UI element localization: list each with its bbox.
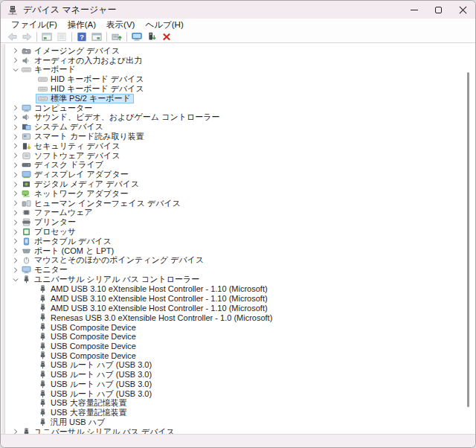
- chevron-right-icon[interactable]: [12, 48, 19, 54]
- usb-icon: [38, 371, 48, 379]
- disable-device-button[interactable]: [159, 31, 174, 42]
- tree-item-content[interactable]: ユニバーサル シリアル バス デバイス: [19, 427, 178, 434]
- console-window-icon: [42, 32, 52, 42]
- menu-file[interactable]: ファイル(F): [6, 19, 62, 31]
- uninstall-device-button[interactable]: [144, 31, 159, 42]
- chevron-right-icon[interactable]: [12, 105, 19, 112]
- usb-icon: [38, 304, 48, 312]
- properties-icon: [57, 32, 67, 42]
- tree-item[interactable]: ユニバーサル シリアル バス デバイス: [1, 427, 475, 434]
- printer-icon: [22, 218, 31, 226]
- firmware-icon: [22, 208, 31, 217]
- chevron-right-icon[interactable]: [12, 181, 19, 188]
- chevron-right-icon[interactable]: [12, 238, 19, 245]
- help-icon: ?: [77, 32, 87, 42]
- chevron-right-icon[interactable]: [12, 143, 19, 150]
- tree-item[interactable]: ユニバーサル シリアル バス コントローラー: [1, 275, 475, 284]
- usb-icon: [38, 409, 48, 417]
- tree-item-content[interactable]: AMD USB 3.10 eXtensible Host Controller …: [36, 284, 271, 294]
- tree-item-label: AMD USB 3.10 eXtensible Host Controller …: [48, 284, 268, 293]
- chevron-right-icon[interactable]: [12, 200, 19, 207]
- menu-view[interactable]: 表示(V): [101, 19, 140, 31]
- chevron-right-icon[interactable]: [12, 257, 19, 263]
- usb-icon: [22, 275, 31, 284]
- usb-icon: [22, 428, 31, 434]
- usb-icon: [38, 313, 48, 321]
- keyboard-icon: [38, 85, 48, 93]
- update-driver-icon: [132, 32, 142, 42]
- chevron-right-icon[interactable]: [12, 57, 19, 64]
- security-icon: [22, 142, 31, 150]
- tree-item-label: USB Composite Device: [48, 351, 136, 360]
- chevron-right-icon[interactable]: [12, 114, 19, 121]
- menu-help[interactable]: ヘルプ(H): [140, 19, 188, 31]
- usb-icon: [38, 351, 48, 359]
- tree-item-content[interactable]: AMD USB 3.10 eXtensible Host Controller …: [36, 294, 271, 304]
- chevron-right-icon[interactable]: [12, 219, 19, 225]
- tree-item-label: AMD USB 3.10 eXtensible Host Controller …: [48, 304, 268, 313]
- chevron-right-icon[interactable]: [12, 429, 19, 434]
- scrollbar-thumb[interactable]: [467, 72, 469, 407]
- chevron-right-icon[interactable]: [12, 133, 19, 140]
- usb-icon: [38, 361, 48, 369]
- mouse-icon: [22, 256, 31, 264]
- usb-icon: [38, 333, 48, 341]
- minimize-button[interactable]: [402, 1, 426, 19]
- chevron-right-icon[interactable]: [12, 209, 19, 216]
- ports-icon: [22, 247, 31, 255]
- tree-item[interactable]: AMD USB 3.10 eXtensible Host Controller …: [1, 284, 475, 294]
- audio-icon: [22, 57, 31, 65]
- computer-icon: [22, 104, 31, 112]
- tree-item[interactable]: Renesas USB 3.0 eXtensible Host Controll…: [1, 313, 475, 322]
- menu-action[interactable]: 操作(A): [62, 19, 101, 31]
- maximize-icon: [435, 7, 442, 13]
- close-button[interactable]: [451, 1, 475, 19]
- smartcard-icon: [22, 132, 31, 141]
- action-window-icon: [91, 32, 102, 42]
- tree-item[interactable]: マウスとそのほかのポインティング デバイス: [1, 256, 475, 266]
- tree-item-label: USB Composite Device: [48, 342, 136, 351]
- action-pane-button[interactable]: [89, 31, 104, 42]
- toolbar-separator: [36, 32, 37, 42]
- chevron-right-icon[interactable]: [12, 153, 19, 159]
- chevron-right-icon[interactable]: [12, 228, 19, 235]
- tree-item-label: ユニバーサル シリアル バス デバイス: [32, 426, 175, 434]
- tree-item-content[interactable]: Renesas USB 3.0 eXtensible Host Controll…: [36, 313, 275, 322]
- tree-item-label: USB Composite Device: [48, 332, 136, 341]
- vertical-scrollbar[interactable]: [466, 44, 472, 434]
- keyboard-icon: [38, 75, 48, 83]
- tree-item[interactable]: USB Composite Device: [1, 322, 475, 332]
- maximize-button[interactable]: [426, 1, 451, 19]
- update-driver-button[interactable]: [129, 31, 144, 42]
- chevron-right-icon[interactable]: [12, 266, 19, 273]
- help-button[interactable]: ?: [74, 31, 89, 42]
- processor-icon: [22, 228, 31, 236]
- tree-item-content[interactable]: AMD USB 3.10 eXtensible Host Controller …: [36, 304, 271, 313]
- usb-icon: [38, 285, 48, 293]
- console-tree-button[interactable]: [39, 31, 54, 42]
- chevron-right-icon[interactable]: [12, 124, 19, 130]
- tree-item-content[interactable]: USB Composite Device: [36, 342, 139, 351]
- svg-text:?: ?: [80, 32, 84, 40]
- chevron-right-icon[interactable]: [12, 171, 19, 178]
- tree-item[interactable]: AMD USB 3.10 eXtensible Host Controller …: [1, 304, 475, 313]
- sound-icon: [22, 113, 31, 121]
- tree-item-content[interactable]: USB Composite Device: [36, 322, 139, 332]
- tree-item[interactable]: AMD USB 3.10 eXtensible Host Controller …: [1, 294, 475, 304]
- tree-item-content[interactable]: ユニバーサル シリアル バス コントローラー: [19, 275, 202, 284]
- chevron-down-icon[interactable]: [12, 66, 19, 73]
- chevron-down-icon[interactable]: [12, 276, 19, 283]
- chevron-right-icon[interactable]: [12, 191, 19, 197]
- tree-item[interactable]: USB Composite Device: [1, 342, 475, 351]
- titlebar[interactable]: デバイス マネージャー: [1, 1, 475, 19]
- chevron-right-icon[interactable]: [12, 161, 19, 168]
- keyboard-icon: [38, 95, 48, 103]
- scan-hardware-changes-button[interactable]: [109, 31, 124, 42]
- toolbar-separator: [106, 32, 107, 42]
- tree-item[interactable]: USB Composite Device: [1, 332, 475, 342]
- chevron-right-icon[interactable]: [12, 248, 19, 255]
- disk-icon: [22, 161, 31, 169]
- tree-item-content[interactable]: USB Composite Device: [36, 332, 139, 342]
- toolbar-separator: [71, 32, 72, 42]
- toolbar: ?: [1, 31, 475, 43]
